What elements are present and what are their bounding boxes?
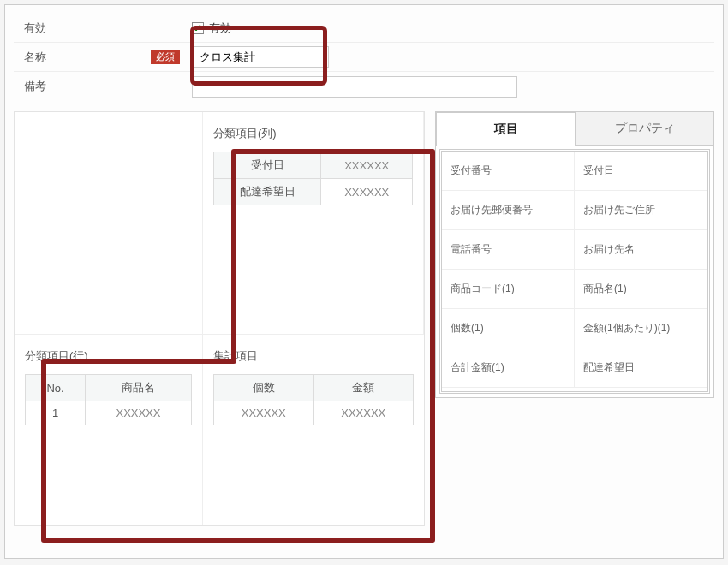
crosstab-designer: 分類項目(列) 受付日 XXXXXX 配達希望日 XXXXXX 分類項目(行) <box>14 111 425 526</box>
enabled-checkbox[interactable]: ✓ <box>192 22 204 34</box>
agg-header-0[interactable]: 個数 <box>214 375 314 401</box>
table-row: No. 商品名 <box>26 375 192 401</box>
field-item[interactable]: 配達希望日 <box>575 348 707 388</box>
tab-properties[interactable]: プロパティ <box>576 112 713 146</box>
table-row: 受付日 XXXXXX <box>214 152 413 179</box>
enabled-checkbox-wrap[interactable]: ✓ 有効 <box>192 21 231 36</box>
tab-bar: 項目 プロパティ <box>436 112 713 146</box>
field-item[interactable]: 合計金額(1) <box>442 348 575 388</box>
table-row: 個数 金額 <box>214 375 414 401</box>
col-group-title: 分類項目(列) <box>213 126 413 141</box>
field-item[interactable]: 電話番号 <box>442 230 575 270</box>
cell-agg: 集計項目 個数 金額 XXXXXX XXXXXX <box>203 335 424 525</box>
agg-cell-0[interactable]: XXXXXX <box>214 401 314 425</box>
label-enabled-text: 有効 <box>24 21 46 36</box>
agg-header-1[interactable]: 金額 <box>313 375 414 401</box>
field-item[interactable]: 受付日 <box>575 152 707 191</box>
col-cell-0[interactable]: 配達希望日 <box>214 179 321 205</box>
cell-col-group: 分類項目(列) 受付日 XXXXXX 配達希望日 XXXXXX <box>203 112 424 335</box>
control-name <box>185 43 714 71</box>
field-item[interactable]: お届け先ご住所 <box>575 191 707 230</box>
label-name-text: 名称 <box>24 50 46 65</box>
row-cell-1[interactable]: XXXXXX <box>86 401 192 425</box>
tab-items[interactable]: 項目 <box>436 112 576 146</box>
label-enabled: 有効 <box>14 15 185 41</box>
form-area: 有効 ✓ 有効 名称 必須 備考 <box>5 5 723 101</box>
field-item[interactable]: 商品コード(1) <box>442 270 575 309</box>
row-enabled: 有効 ✓ 有効 <box>14 14 714 43</box>
field-item[interactable]: 個数(1) <box>442 309 575 348</box>
field-item[interactable]: お届け先郵便番号 <box>442 191 575 230</box>
agg-cell-1[interactable]: XXXXXX <box>313 401 414 425</box>
col-header-1[interactable]: XXXXXX <box>321 152 413 179</box>
content-area: 分類項目(列) 受付日 XXXXXX 配達希望日 XXXXXX 分類項目(行) <box>5 101 723 534</box>
field-item[interactable]: 商品名(1) <box>575 270 707 309</box>
row-name: 名称 必須 <box>14 43 714 72</box>
agg-title: 集計項目 <box>213 348 414 364</box>
row-group-table: No. 商品名 1 XXXXXX <box>25 374 192 425</box>
list-item: 商品コード(1) 商品名(1) <box>442 270 707 309</box>
agg-table: 個数 金額 XXXXXX XXXXXX <box>213 374 414 425</box>
notes-input[interactable] <box>192 76 517 98</box>
row-notes: 備考 <box>14 72 714 101</box>
list-item: 電話番号 お届け先名 <box>442 230 707 270</box>
item-grid: 受付番号 受付日 お届け先郵便番号 お届け先ご住所 電話番号 お届け先名 商品コ… <box>439 149 710 394</box>
list-item: 受付番号 受付日 <box>442 152 707 191</box>
col-cell-1[interactable]: XXXXXX <box>321 179 413 205</box>
side-panel: 項目 プロパティ 受付番号 受付日 お届け先郵便番号 お届け先ご住所 電話番号 … <box>435 111 714 398</box>
table-row: XXXXXX XXXXXX <box>214 401 414 425</box>
field-item[interactable]: 金額(1個あたり)(1) <box>575 309 707 348</box>
control-notes <box>185 73 714 101</box>
row-header-0[interactable]: No. <box>26 375 86 401</box>
app-frame: 有効 ✓ 有効 名称 必須 備考 <box>4 4 724 559</box>
row-header-1[interactable]: 商品名 <box>86 375 192 401</box>
enabled-checkbox-label: 有効 <box>209 21 231 36</box>
control-enabled: ✓ 有効 <box>185 17 714 39</box>
col-header-0[interactable]: 受付日 <box>214 152 321 179</box>
cell-empty <box>15 112 203 335</box>
col-group-table: 受付日 XXXXXX 配達希望日 XXXXXX <box>213 152 413 205</box>
label-notes-text: 備考 <box>24 79 46 94</box>
row-group-title: 分類項目(行) <box>25 348 192 364</box>
required-badge: 必須 <box>151 50 180 64</box>
cell-row-group: 分類項目(行) No. 商品名 1 XXXXXX <box>15 335 203 525</box>
field-item[interactable]: 受付番号 <box>442 152 575 191</box>
row-cell-0[interactable]: 1 <box>26 401 86 425</box>
list-item: 個数(1) 金額(1個あたり)(1) <box>442 309 707 348</box>
table-row: 配達希望日 XXXXXX <box>214 179 413 205</box>
list-item: お届け先郵便番号 お届け先ご住所 <box>442 191 707 230</box>
field-item[interactable]: お届け先名 <box>575 230 707 270</box>
label-name: 名称 必須 <box>14 45 185 70</box>
name-input[interactable] <box>192 46 329 68</box>
label-notes: 備考 <box>14 74 185 99</box>
list-item: 合計金額(1) 配達希望日 <box>442 348 707 388</box>
table-row: 1 XXXXXX <box>26 401 192 425</box>
